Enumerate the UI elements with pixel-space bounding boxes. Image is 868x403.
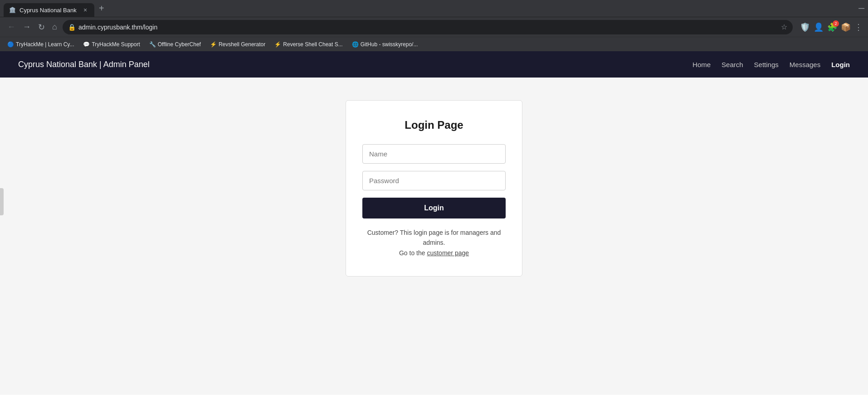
bookmark-label-1: TryHackMe | Learn Cy...: [16, 41, 74, 48]
bookmark-github[interactable]: 🌐 GitHub - swisskyrepo/...: [348, 39, 422, 49]
url-display: admin.cyprusbank.thm/login: [78, 24, 778, 31]
bookmark-revshell[interactable]: ⚡ Revshell Generator: [206, 39, 269, 49]
home-button[interactable]: ⌂: [50, 20, 59, 34]
customer-page-link[interactable]: customer page: [427, 249, 469, 257]
bookmark-favicon-4: ⚡: [210, 41, 217, 48]
bookmark-cyberchef[interactable]: 🔧 Offline CyberChef: [146, 39, 205, 49]
nav-settings[interactable]: Settings: [754, 61, 779, 68]
bookmark-label-3: Offline CyberChef: [158, 41, 201, 48]
nav-messages[interactable]: Messages: [790, 61, 820, 68]
password-input[interactable]: [362, 171, 506, 190]
notification-badge: 2: [833, 20, 839, 27]
tab-title: Cyprus National Bank: [20, 7, 78, 14]
tab-bar-left: 🏛️ Cyprus National Bank × +: [4, 0, 104, 17]
login-note-line2: Go to the: [399, 249, 427, 257]
nav-bar: ← → ↻ ⌂ 🔒 admin.cyprusbank.thm/login ☆ 🛡…: [0, 17, 868, 37]
bookmark-label-2: TryHackMe Support: [92, 41, 140, 48]
menu-icon[interactable]: ⋮: [854, 22, 863, 32]
bookmark-favicon-6: 🌐: [352, 41, 359, 48]
bookmark-reverse-shell-cheat[interactable]: ⚡ Reverse Shell Cheat S...: [271, 39, 346, 49]
reload-button[interactable]: ↻: [36, 20, 47, 34]
bookmark-tryhackme-support[interactable]: 💬 TryHackMe Support: [79, 39, 143, 49]
bookmark-tryhackme-learn[interactable]: 🔵 TryHackMe | Learn Cy...: [4, 39, 78, 49]
browser-tab[interactable]: 🏛️ Cyprus National Bank ×: [4, 3, 94, 17]
profile-icon[interactable]: 👤: [814, 22, 824, 32]
bookmark-label-4: Revshell Generator: [219, 41, 265, 48]
login-card: Login Page Login Customer? This login pa…: [346, 100, 522, 277]
login-note: Customer? This login page is for manager…: [362, 228, 506, 258]
website-content: Cyprus National Bank | Admin Panel Home …: [0, 51, 868, 403]
bookmark-label-5: Reverse Shell Cheat S...: [283, 41, 342, 48]
bookmark-favicon-5: ⚡: [274, 41, 281, 48]
main-content: Login Page Login Customer? This login pa…: [0, 78, 868, 395]
shield-icon[interactable]: 🛡️: [800, 22, 810, 32]
bookmarks-bar: 🔵 TryHackMe | Learn Cy... 💬 TryHackMe Su…: [0, 37, 868, 51]
nav-home[interactable]: Home: [692, 61, 711, 68]
bookmark-favicon-1: 🔵: [7, 41, 14, 48]
nav-login[interactable]: Login: [831, 61, 850, 68]
new-tab-button[interactable]: +: [99, 3, 104, 14]
bookmark-favicon-2: 💬: [83, 41, 90, 48]
nav-right-icons: 🛡️ 👤 🧩 2 📦 ⋮: [800, 22, 863, 32]
login-title: Login Page: [362, 119, 506, 131]
site-nav: Home Search Settings Messages Login: [692, 61, 850, 68]
bookmark-label-6: GitHub - swisskyrepo/...: [361, 41, 418, 48]
nav-search[interactable]: Search: [722, 61, 743, 68]
tab-bar-right: ─: [858, 4, 864, 13]
login-note-line1: Customer? This login page is for manager…: [367, 229, 501, 246]
tab-close-button[interactable]: ×: [82, 6, 89, 14]
site-title: Cyprus National Bank | Admin Panel: [18, 60, 692, 69]
security-icon: 🔒: [68, 24, 76, 31]
tab-favicon: 🏛️: [9, 7, 16, 13]
side-panel: [0, 188, 4, 215]
back-button[interactable]: ←: [5, 20, 17, 34]
login-button[interactable]: Login: [362, 198, 506, 218]
name-input[interactable]: [362, 144, 506, 164]
site-header: Cyprus National Bank | Admin Panel Home …: [0, 51, 868, 78]
forward-button[interactable]: →: [21, 20, 33, 34]
tab-bar: 🏛️ Cyprus National Bank × + ─: [0, 0, 868, 17]
extensions-icon[interactable]: 🧩 2: [827, 22, 837, 32]
bookmark-favicon-3: 🔧: [149, 41, 156, 48]
downloads-icon[interactable]: 📦: [841, 22, 851, 32]
address-bar[interactable]: 🔒 admin.cyprusbank.thm/login ☆: [63, 20, 793, 34]
window-minimize-icon[interactable]: ─: [858, 4, 864, 13]
bookmark-star-icon[interactable]: ☆: [781, 23, 787, 31]
browser-chrome: 🏛️ Cyprus National Bank × + ─ ← → ↻ ⌂ 🔒 …: [0, 0, 868, 51]
